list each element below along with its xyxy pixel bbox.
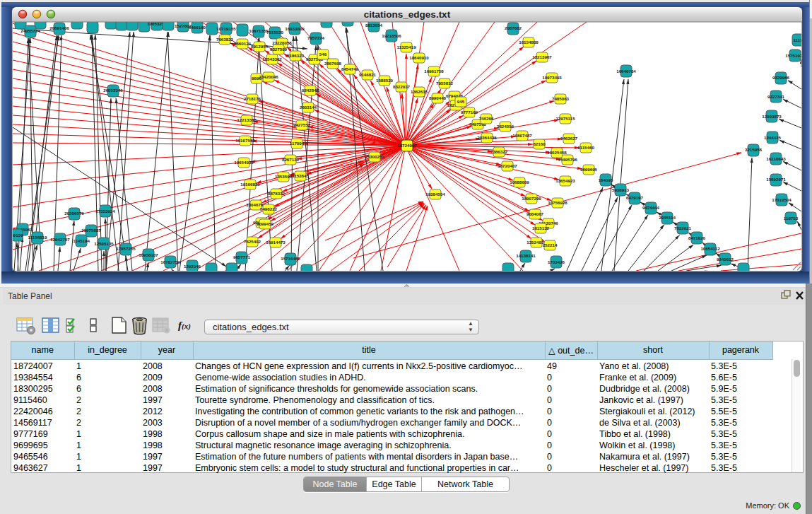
- svg-text:15495796: 15495796: [558, 157, 577, 162]
- svg-text:9227341: 9227341: [767, 94, 785, 99]
- svg-text:10688609: 10688609: [510, 180, 529, 185]
- svg-text:10973493: 10973493: [542, 75, 562, 80]
- svg-text:3624554: 3624554: [497, 124, 514, 129]
- svg-text:16033809: 16033809: [285, 26, 305, 31]
- svg-text:39159: 39159: [11, 233, 23, 238]
- svg-text:12093873: 12093873: [762, 114, 782, 119]
- svg-text:15720407: 15720407: [498, 163, 517, 168]
- svg-text:10107553: 10107553: [235, 138, 255, 143]
- svg-text:746266: 746266: [479, 116, 494, 121]
- svg-text:9699695: 9699695: [580, 167, 598, 172]
- svg-text:10654112: 10654112: [700, 246, 720, 251]
- svg-text:17010504: 17010504: [772, 197, 792, 202]
- svg-text:18907299: 18907299: [522, 196, 541, 201]
- svg-text:5498222: 5498222: [260, 206, 278, 211]
- svg-text:7485063: 7485063: [552, 96, 570, 101]
- svg-text:9245612: 9245612: [717, 257, 734, 262]
- svg-text:116753: 116753: [784, 216, 799, 221]
- svg-text:8813054: 8813054: [365, 23, 383, 28]
- svg-text:16782759: 16782759: [160, 259, 180, 264]
- svg-text:10543362: 10543362: [262, 57, 282, 62]
- svg-text:29975887: 29975887: [81, 228, 101, 233]
- svg-text:20206576: 20206576: [64, 211, 84, 216]
- svg-text:8454749: 8454749: [341, 66, 359, 71]
- svg-text:11156819: 11156819: [28, 235, 47, 240]
- svg-text:12975115: 12975115: [555, 116, 575, 121]
- svg-text:11325419: 11325419: [396, 45, 416, 49]
- svg-text:17353924: 17353924: [95, 209, 115, 214]
- svg-text:9777169: 9777169: [461, 110, 478, 115]
- svg-text:26053346: 26053346: [103, 88, 123, 93]
- svg-text:546: 546: [319, 52, 327, 57]
- svg-text:16961758: 16961758: [424, 69, 444, 74]
- svg-text:7955812: 7955812: [436, 81, 454, 86]
- svg-text:1362615: 1362615: [411, 89, 428, 94]
- svg-text:8471626: 8471626: [688, 235, 706, 240]
- svg-text:945: 945: [457, 99, 465, 104]
- svg-text:9657771: 9657771: [233, 255, 251, 259]
- svg-text:16648784: 16648784: [616, 69, 636, 74]
- svg-text:9099459: 9099459: [257, 221, 274, 226]
- svg-text:18640910: 18640910: [409, 55, 429, 60]
- svg-text:16154808: 16154808: [519, 40, 539, 45]
- svg-text:1244415: 1244415: [764, 135, 782, 140]
- svg-text:12213967: 12213967: [532, 54, 552, 59]
- svg-text:62160: 62160: [533, 141, 546, 146]
- svg-text:2718176: 2718176: [244, 96, 261, 101]
- svg-text:1153845: 1153845: [292, 173, 309, 178]
- svg-text:10654933: 10654933: [234, 160, 254, 165]
- svg-text:7625402: 7625402: [244, 239, 261, 244]
- svg-text:10025458: 10025458: [547, 150, 567, 155]
- svg-text:19384554: 19384554: [425, 192, 445, 197]
- svg-text:16210643: 16210643: [766, 156, 786, 161]
- svg-text:9115460: 9115460: [577, 145, 594, 150]
- svg-text:8878332: 8878332: [268, 191, 286, 196]
- svg-text:9242848: 9242848: [302, 88, 319, 93]
- svg-text:6479197: 6479197: [626, 195, 644, 200]
- svg-text:1145194: 1145194: [73, 238, 90, 243]
- svg-text:1588520: 1588520: [376, 78, 394, 83]
- svg-text:9474444: 9474444: [642, 205, 660, 210]
- svg-text:15716485: 15716485: [281, 256, 300, 261]
- svg-text:13654923: 13654923: [555, 178, 575, 183]
- svg-text:2935114: 2935114: [659, 215, 676, 220]
- svg-text:7632621: 7632621: [674, 226, 692, 230]
- svg-text:10958107: 10958107: [139, 252, 158, 257]
- svg-text:3215958: 3215958: [745, 147, 763, 152]
- svg-text:8912954: 8912954: [251, 44, 269, 49]
- svg-text:20691406: 20691406: [49, 25, 69, 30]
- svg-text:9427552: 9427552: [293, 122, 311, 127]
- svg-text:8990448: 8990448: [429, 95, 447, 100]
- svg-text:17957255: 17957255: [116, 246, 136, 251]
- svg-text:citations_edges.txt: citations_edges.txt: [364, 9, 451, 20]
- svg-text:8186323: 8186323: [287, 53, 305, 58]
- svg-text:19166825: 19166825: [240, 182, 260, 187]
- svg-text:9463627: 9463627: [560, 136, 578, 141]
- svg-text:12505135: 12505135: [94, 241, 114, 246]
- svg-text:10756928: 10756928: [548, 200, 567, 205]
- svg-text:15692971: 15692971: [766, 177, 786, 182]
- svg-text:9327509: 9327509: [270, 47, 288, 52]
- svg-text:9146821: 9146821: [359, 72, 377, 77]
- svg-text:8322037: 8322037: [393, 84, 411, 89]
- svg-text:14136141: 14136141: [516, 253, 536, 258]
- svg-text:18724007: 18724007: [397, 143, 417, 148]
- svg-text:23420046: 23420046: [259, 74, 278, 79]
- svg-text:9329966: 9329966: [772, 75, 790, 80]
- svg-text:1353594: 1353594: [275, 174, 293, 179]
- svg-text:164095: 164095: [599, 177, 613, 182]
- svg-text:16914473: 16914473: [266, 240, 286, 245]
- svg-text:12213363: 12213363: [237, 117, 257, 122]
- svg-text:7386322: 7386322: [490, 149, 508, 154]
- svg-text:f(x): f(x): [178, 320, 191, 331]
- svg-text:24055724: 24055724: [20, 28, 40, 33]
- svg-text:7515520: 7515520: [266, 30, 284, 35]
- svg-text:6466160: 6466160: [189, 25, 206, 30]
- svg-text:19218506: 19218506: [382, 33, 401, 38]
- svg-text:8267130: 8267130: [282, 157, 300, 162]
- svg-text:7957224: 7957224: [307, 35, 325, 40]
- svg-text:8660124: 8660124: [234, 41, 252, 46]
- svg-text:12942757: 12942757: [50, 237, 70, 242]
- svg-text:20364436: 20364436: [477, 135, 497, 140]
- svg-text:1733426: 1733426: [548, 259, 565, 264]
